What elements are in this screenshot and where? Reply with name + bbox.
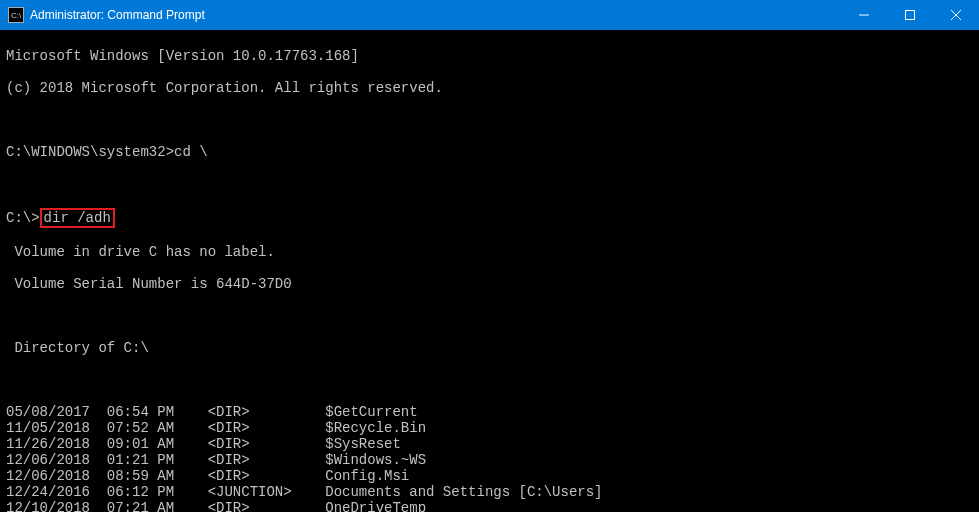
titlebar[interactable]: C:\ Administrator: Command Prompt xyxy=(0,0,979,30)
command-text: cd \ xyxy=(174,144,208,160)
close-button[interactable] xyxy=(933,0,979,30)
copyright-line: (c) 2018 Microsoft Corporation. All righ… xyxy=(6,80,973,96)
prompt-line-2: C:\>dir /adh xyxy=(6,208,973,228)
directory-entry: 12/06/2018 08:59 AM <DIR> Config.Msi xyxy=(6,468,973,484)
blank-line xyxy=(6,112,973,128)
svg-rect-1 xyxy=(906,11,915,20)
prompt-prefix: C:\> xyxy=(6,210,40,226)
version-line: Microsoft Windows [Version 10.0.17763.16… xyxy=(6,48,973,64)
directory-entry: 12/24/2016 06:12 PM <JUNCTION> Documents… xyxy=(6,484,973,500)
window-controls xyxy=(841,0,979,30)
blank-line xyxy=(6,176,973,192)
directory-listing: 05/08/2017 06:54 PM <DIR> $GetCurrent11/… xyxy=(6,404,973,512)
volume-serial-line: Volume Serial Number is 644D-37D0 xyxy=(6,276,973,292)
blank-line xyxy=(6,308,973,324)
prompt-line-1: C:\WINDOWS\system32>cd \ xyxy=(6,144,973,160)
directory-entry: 11/26/2018 09:01 AM <DIR> $SysReset xyxy=(6,436,973,452)
minimize-button[interactable] xyxy=(841,0,887,30)
highlighted-command: dir /adh xyxy=(40,208,115,228)
window-title: Administrator: Command Prompt xyxy=(30,8,841,22)
terminal-output[interactable]: Microsoft Windows [Version 10.0.17763.16… xyxy=(0,30,979,512)
volume-label-line: Volume in drive C has no label. xyxy=(6,244,973,260)
directory-entry: 11/05/2018 07:52 AM <DIR> $Recycle.Bin xyxy=(6,420,973,436)
directory-entry: 12/06/2018 01:21 PM <DIR> $Windows.~WS xyxy=(6,452,973,468)
directory-entry: 12/10/2018 07:21 AM <DIR> OneDriveTemp xyxy=(6,500,973,512)
blank-line xyxy=(6,372,973,388)
command-prompt-window: C:\ Administrator: Command Prompt Micros… xyxy=(0,0,979,512)
maximize-button[interactable] xyxy=(887,0,933,30)
directory-of-line: Directory of C:\ xyxy=(6,340,973,356)
prompt-prefix: C:\WINDOWS\system32> xyxy=(6,144,174,160)
directory-entry: 05/08/2017 06:54 PM <DIR> $GetCurrent xyxy=(6,404,973,420)
cmd-icon: C:\ xyxy=(8,7,24,23)
